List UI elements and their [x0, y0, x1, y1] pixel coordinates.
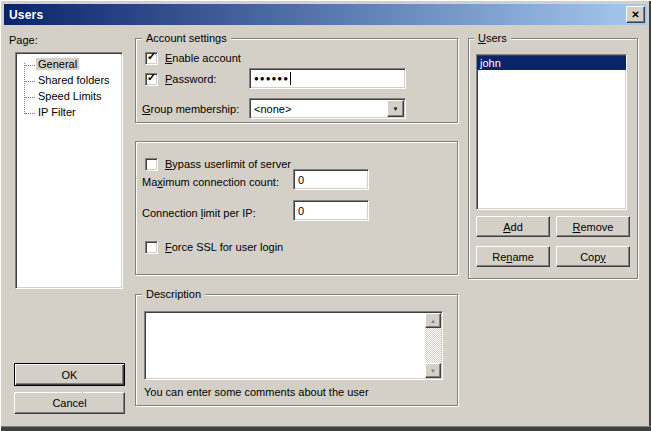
bypass-userlimit-checkbox[interactable]: ✓	[145, 158, 158, 171]
description-scrollbar[interactable]: ▲ ▼	[425, 313, 441, 378]
description-group: Description ▲ ▼ You can enter some comme…	[135, 294, 458, 406]
ok-button[interactable]: OK	[14, 363, 125, 386]
arrow-down-icon: ▼	[430, 368, 436, 374]
description-input[interactable]: ▲ ▼	[144, 311, 443, 380]
text-caret	[290, 72, 291, 85]
connection-limit-per-ip-input[interactable]: 0	[293, 200, 369, 221]
group-membership-select[interactable]: <none> ▼	[249, 98, 406, 119]
close-button[interactable]: ✕	[626, 6, 645, 23]
max-connection-count-label: Maximum connection count:	[142, 176, 279, 189]
copy-user-button[interactable]: Copy	[556, 246, 630, 267]
tree-item-speed-limits[interactable]: Speed Limits	[16, 89, 122, 105]
close-icon: ✕	[631, 9, 639, 20]
check-icon: ✓	[147, 71, 156, 84]
title-bar[interactable]: Users ✕	[4, 4, 647, 25]
password-checkbox[interactable]: ✓	[145, 73, 158, 86]
force-ssl-label: Force SSL for user login	[165, 241, 283, 254]
scroll-down-button[interactable]: ▼	[425, 363, 441, 378]
description-title: Description	[142, 288, 205, 301]
page-label: Page:	[9, 34, 38, 47]
add-user-button[interactable]: Add	[476, 216, 550, 237]
users-group: Users john Add Remove Rename Copy	[468, 38, 638, 279]
rename-user-button[interactable]: Rename	[476, 246, 550, 267]
cancel-button[interactable]: Cancel	[14, 392, 125, 414]
password-input[interactable]: ●●●●●●	[249, 68, 406, 89]
check-icon: ✓	[147, 50, 156, 63]
user-list-item[interactable]: john	[477, 56, 626, 70]
page-tree[interactable]: General Shared folders Speed Limits IP F…	[15, 52, 123, 289]
enable-account-label: Enable account	[165, 52, 241, 65]
account-settings-group: Account settings ✓ Enable account ✓ Pass…	[135, 38, 458, 123]
group-membership-value: <none>	[254, 99, 291, 118]
connection-limits-group: ✓ Bypass userlimit of server Maximum con…	[135, 141, 458, 275]
tree-item-shared-folders[interactable]: Shared folders	[16, 73, 122, 89]
chevron-down-icon: ▼	[393, 106, 399, 112]
window-border-bottom	[1, 426, 651, 431]
enable-account-checkbox[interactable]: ✓	[145, 52, 158, 65]
tree-item-general[interactable]: General	[16, 57, 122, 73]
arrow-up-icon: ▲	[430, 318, 436, 324]
tree-item-ip-filter[interactable]: IP Filter	[16, 105, 122, 121]
remove-user-button[interactable]: Remove	[556, 216, 630, 237]
window-title: Users	[4, 8, 43, 22]
bypass-userlimit-label: Bypass userlimit of server	[165, 158, 291, 171]
group-membership-label: Group membership:	[142, 103, 239, 116]
password-value: ●●●●●●	[254, 74, 289, 84]
scroll-up-button[interactable]: ▲	[425, 313, 441, 328]
combo-dropdown-button[interactable]: ▼	[387, 100, 404, 117]
scrollbar-track[interactable]	[425, 328, 441, 363]
max-connection-count-input[interactable]: 0	[293, 169, 369, 190]
account-settings-title: Account settings	[142, 32, 231, 45]
password-label: Password:	[165, 73, 216, 86]
users-dialog: Users ✕ Page: General Shared folders Spe…	[0, 0, 651, 431]
connection-limit-per-ip-label: Connection limit per IP:	[142, 207, 256, 220]
users-list[interactable]: john	[476, 54, 627, 210]
force-ssl-checkbox[interactable]: ✓	[145, 241, 158, 254]
users-group-title: Users	[474, 32, 511, 45]
description-hint: You can enter some comments about the us…	[144, 386, 369, 399]
